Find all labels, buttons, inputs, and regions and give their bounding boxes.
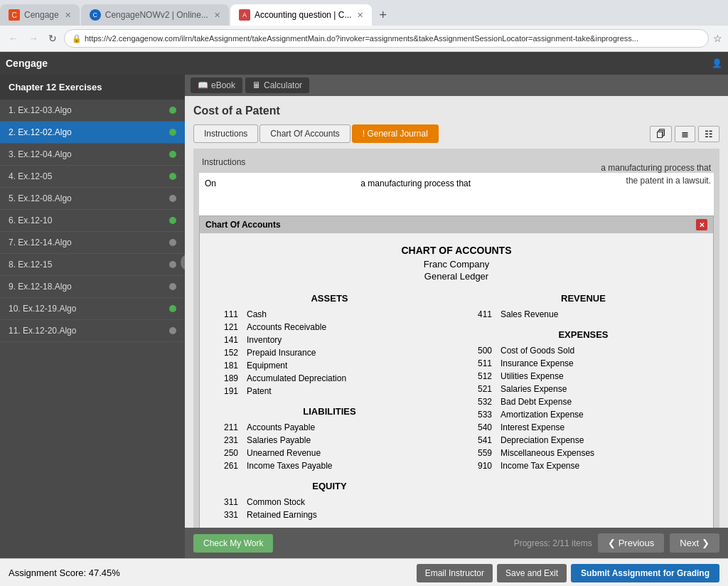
liabilities-section: LIABILITIES 211Accounts Payable 231Salar… (217, 406, 442, 471)
status-dot-7 (169, 239, 176, 246)
status-dot-4 (169, 173, 176, 180)
app-header: Cengage 👤 (0, 52, 728, 75)
check-work-button[interactable]: Check My Work (193, 534, 273, 553)
action-buttons: Email Instructor Save and Exit Submit As… (417, 564, 719, 582)
bottom-toolbar: Check My Work Progress: 2/11 items ❮ Pre… (185, 528, 728, 558)
browser-tab-active[interactable]: A Accounting question | C... ✕ (230, 4, 373, 26)
coa-item-231: 231Salaries Payable (217, 435, 442, 445)
coa-item-559: 559Miscellaneous Expenses (471, 448, 696, 458)
new-tab-button[interactable]: + (373, 8, 392, 23)
status-dot-9 (169, 283, 176, 290)
sidebar-item-2[interactable]: 2. Ex.12-02.Algo (0, 122, 185, 144)
sidebar-item-3[interactable]: 3. Ex.12-04.Algo (0, 144, 185, 166)
back-button[interactable]: ← (6, 31, 21, 46)
coa-item-141: 141Inventory (217, 335, 442, 345)
desc-right-text: a manufacturing process that the patent … (601, 163, 711, 186)
coa-close-button[interactable]: ✕ (696, 219, 707, 230)
tab-close-2[interactable]: ✕ (214, 11, 220, 20)
content-inner: Cost of a Patent Instructions Chart Of A… (185, 96, 728, 528)
instructions-tab[interactable]: Instructions (193, 124, 258, 143)
action-bar: Assignment Score: 47.45% Email Instructo… (0, 558, 728, 586)
grid-view-icon[interactable]: ☷ (698, 126, 719, 142)
forward-button[interactable]: → (26, 31, 41, 46)
general-journal-tab[interactable]: ! General Journal (352, 124, 439, 143)
sidebar-item-8[interactable]: 8. Ex.12-15 ❮ (0, 254, 185, 276)
status-dot-3 (169, 151, 176, 158)
score-label: Assignment Score: (9, 568, 86, 578)
equity-section-title: EQUITY (217, 481, 442, 491)
coa-item-191: 191Patent (217, 386, 442, 396)
chevron-left-icon: ❮ (608, 538, 616, 548)
chart-of-accounts-tab[interactable]: Chart Of Accounts (259, 124, 350, 143)
calculator-icon: 🖩 (252, 80, 261, 90)
sidebar-item-5[interactable]: 5. Ex.12-08.Algo (0, 188, 185, 210)
browser-tab-cengagenow[interactable]: C CengageNOWv2 | Online... ✕ (81, 4, 229, 26)
reload-button[interactable]: ↻ (46, 31, 60, 46)
liabilities-section-title: LIABILITIES (217, 406, 442, 417)
status-dot-2 (169, 129, 176, 136)
coa-item-121: 121Accounts Receivable (217, 322, 442, 332)
submit-assignment-button[interactable]: Submit Assignment for Grading (571, 564, 719, 582)
sidebar-item-label-4: 4. Ex.12-05 (9, 171, 169, 181)
sidebar-item-label-8: 8. Ex.12-15 (9, 260, 169, 270)
coa-item-331: 331Retained Earnings (217, 510, 442, 520)
revenue-section-title: REVENUE (471, 293, 696, 304)
coa-item-111: 111Cash (217, 309, 442, 319)
sidebar-item-1[interactable]: 1. Ex.12-03.Algo (0, 100, 185, 122)
coa-item-540: 540Interest Expense (471, 422, 696, 432)
coa-main-title: CHART OF ACCOUNTS (217, 245, 696, 256)
main-content: 📖 eBook 🖩 Calculator Cost of a Patent In… (185, 75, 728, 558)
coa-item-532: 532Bad Debt Expense (471, 397, 696, 407)
assignment-score: Assignment Score: 47.45% (9, 568, 120, 578)
cengage-favicon: C (9, 9, 20, 21)
app-container: Cengage 👤 Chapter 12 Exercises 1. Ex.12-… (0, 52, 728, 586)
tab-bar: C Cengage ✕ C CengageNOWv2 | Online... ✕… (0, 0, 728, 26)
list-view-icon[interactable]: ≣ (675, 126, 695, 142)
sidebar-item-label-7: 7. Ex.12-14.Algo (9, 238, 169, 247)
tool-tabs-bar: 📖 eBook 🖩 Calculator (185, 75, 728, 96)
coa-item-511: 511Insurance Expense (471, 358, 696, 368)
sidebar-item-7[interactable]: 7. Ex.12-14.Algo (0, 232, 185, 254)
address-bar: ← → ↻ 🔒 https://v2.cengagenow.com/ilrn/t… (0, 26, 728, 51)
next-button[interactable]: Next ❯ (670, 533, 719, 553)
sidebar-item-label-5: 5. Ex.12-08.Algo (9, 193, 169, 203)
coa-item-541: 541Depreciation Expense (471, 435, 696, 445)
expenses-section: EXPENSES 500Cost of Goods Sold 511Insura… (471, 329, 696, 471)
email-instructor-button[interactable]: Email Instructor (417, 564, 493, 582)
sidebar-item-10[interactable]: 10. Ex.12-19.Algo (0, 298, 185, 320)
sidebar-item-label-6: 6. Ex.12-10 (9, 215, 169, 225)
ebook-tab[interactable]: 📖 eBook (191, 78, 242, 93)
sidebar: Chapter 12 Exercises 1. Ex.12-03.Algo 2.… (0, 75, 185, 558)
nav-section: Progress: 2/11 items ❮ Previous Next ❯ (514, 533, 719, 553)
active-favicon: A (239, 9, 250, 21)
ebook-label: eBook (211, 80, 235, 90)
sidebar-item-11[interactable]: 11. Ex.12-20.Algo (0, 320, 185, 342)
next-label: Next (680, 538, 699, 548)
url-text: https://v2.cengagenow.com/ilrn/takeAssig… (85, 34, 638, 43)
url-bar[interactable]: 🔒 https://v2.cengagenow.com/ilrn/takeAss… (64, 29, 709, 48)
sidebar-item-9[interactable]: 9. Ex.12-18.Algo (0, 276, 185, 298)
tab-close-3[interactable]: ✕ (357, 11, 363, 20)
coa-right-column: REVENUE 411Sales Revenue EXPENSES 500Cos… (471, 293, 696, 523)
coa-item-211: 211Accounts Payable (217, 422, 442, 432)
coa-item-181: 181Equipment (217, 361, 442, 371)
coa-item-311: 311Common Stock (217, 497, 442, 507)
status-dot-1 (169, 107, 176, 114)
status-dot-6 (169, 217, 176, 224)
coa-item-521: 521Salaries Expense (471, 384, 696, 394)
page-view-icon[interactable]: 🗍 (650, 126, 672, 142)
coa-item-261: 261Income Taxes Payable (217, 461, 442, 471)
calculator-tab[interactable]: 🖩 Calculator (245, 78, 309, 93)
problem-tabs-row: Instructions Chart Of Accounts ! General… (193, 124, 719, 143)
sidebar-item-label-9: 9. Ex.12-18.Algo (9, 282, 169, 292)
sidebar-item-4[interactable]: 4. Ex.12-05 (0, 166, 185, 188)
sidebar-collapse-button[interactable]: ❮ (181, 254, 185, 271)
sidebar-item-6[interactable]: 6. Ex.12-10 (0, 210, 185, 232)
bookmark-icon[interactable]: ☆ (713, 33, 722, 44)
coa-item-189: 189Accumulated Depreciation (217, 373, 442, 383)
browser-tab-cengage[interactable]: C Cengage ✕ (0, 4, 80, 26)
save-and-exit-button[interactable]: Save and Exit (497, 564, 567, 582)
tab-close[interactable]: ✕ (65, 11, 71, 20)
previous-button[interactable]: ❮ Previous (598, 533, 665, 553)
coa-modal-body: CHART OF ACCOUNTS Franc Company General … (200, 233, 713, 528)
